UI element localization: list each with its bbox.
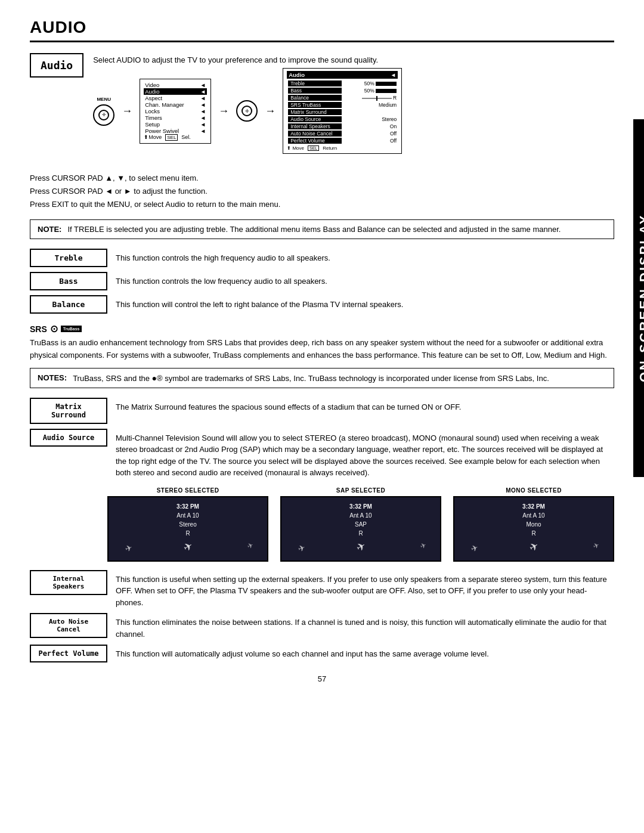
airplane3-icon: ✈ xyxy=(592,540,601,550)
matrix-surround-label: Matrix Surround xyxy=(30,398,107,424)
airplane-area: ✈ ✈ ✈ xyxy=(286,538,435,556)
auto-noise-cancel-description: This function eliminates the noise betwe… xyxy=(116,613,614,640)
stereo-info: 3:32 PM Ant A 10 Mono R xyxy=(459,502,608,538)
srs-circle-symbol: ⊙ xyxy=(50,323,58,335)
intro-description: Select AUDIO to adjust the TV to your pr… xyxy=(93,53,614,64)
airplane-icon: ✈ xyxy=(181,539,195,555)
audio-source-label: Audio Source xyxy=(30,429,107,447)
airplane3-icon: ✈ xyxy=(246,540,255,550)
auto-noise-cancel-label: Auto Noise Cancel xyxy=(30,613,107,638)
instruction-3: Press EXIT to quit the MENU, or select A… xyxy=(30,198,614,211)
balance-label: Balance xyxy=(30,295,107,314)
stereo-example: STEREO SELECTED 3:32 PM Ant A 10 Stereo … xyxy=(107,487,268,562)
instructions-block: Press CURSOR PAD ▲, ▼, to select menu it… xyxy=(30,172,614,211)
stereo-info: 3:32 PM Ant A 10 Stereo R xyxy=(113,502,262,538)
trubass-badge: TruBass xyxy=(61,326,82,332)
stereo-example: SAP SELECTED 3:32 PM Ant A 10 SAP R ✈ ✈ … xyxy=(280,487,441,562)
diagram-wrapper: MENU ✛ → Video◄Audio◄Aspect◄Chan. Manage… xyxy=(93,68,614,154)
treble-row: Treble This function controls the high f… xyxy=(30,249,614,267)
audio-menu-box: Audio ◄ Treble50% Bass50% Balance RSRS T… xyxy=(283,68,402,154)
stereo-examples: STEREO SELECTED 3:32 PM Ant A 10 Stereo … xyxy=(107,487,614,562)
stereo-screen: 3:32 PM Ant A 10 SAP R ✈ ✈ ✈ xyxy=(280,496,441,562)
arrow-right-icon-3: → xyxy=(265,105,275,117)
menu-item: Audio◄ xyxy=(144,88,207,95)
internal-speakers-description: This function is useful when setting up … xyxy=(116,570,614,609)
menu-nav-hint: ⬆Move SEL Sel. xyxy=(144,134,207,141)
audio-menu-item: Bass50% xyxy=(287,87,398,94)
matrix-surround-row: Matrix Surround The Matrix Surround feat… xyxy=(30,398,614,424)
audio-menu-item: Audio SourceStereo xyxy=(287,116,398,123)
audio-menu-title: Audio xyxy=(289,72,305,78)
balance-description: This function will control the left to r… xyxy=(116,295,614,311)
srs-section: SRS ⊙ TruBass TruBass is an audio enhanc… xyxy=(30,323,614,362)
menu-item: Video◄ xyxy=(144,82,207,88)
note-label: NOTE: xyxy=(38,225,61,234)
perfect-volume-row: Perfect Volume This function will automa… xyxy=(30,645,614,662)
audio-menu-item: Treble50% xyxy=(287,80,398,87)
perfect-volume-label: Perfect Volume xyxy=(30,645,107,662)
instruction-2: Press CURSOR PAD ◄ or ► to adjust the fu… xyxy=(30,185,614,198)
airplane2-icon: ✈ xyxy=(124,542,134,553)
airplane-area: ✈ ✈ ✈ xyxy=(459,538,608,556)
matrix-surround-description: The Matrix Surround features the spaciou… xyxy=(116,398,614,413)
audio-menu-item: Balance R xyxy=(287,94,398,101)
balance-row: Balance This function will control the l… xyxy=(30,295,614,314)
menu-label: MENU xyxy=(97,97,111,102)
menu-item: Setup◄ xyxy=(144,121,207,128)
arrow-right-icon-2: → xyxy=(218,105,229,117)
internal-speakers-label: Internal Speakers xyxy=(30,570,107,595)
page-number: 57 xyxy=(30,674,614,683)
stereo-example-label: STEREO SELECTED xyxy=(107,487,268,494)
audio-menu-item: Auto Noise CancelOff xyxy=(287,130,398,137)
select-arrows-icon: ✛ xyxy=(245,109,249,114)
audio-menu-icon: ◄ xyxy=(391,72,396,78)
internal-speakers-row: Internal Speakers This function is usefu… xyxy=(30,570,614,609)
perfect-volume-description: This function will automatically adjust … xyxy=(116,645,614,660)
airplane2-icon: ✈ xyxy=(297,542,307,553)
stereo-example: MONO SELECTED 3:32 PM Ant A 10 Mono R ✈ … xyxy=(453,487,614,562)
airplane-icon: ✈ xyxy=(527,539,541,555)
notes-box: NOTES: TruBass, SRS and the ●® symbol ar… xyxy=(30,368,614,388)
on-screen-display-sidebar: ON-SCREEN DISPLAY xyxy=(633,119,644,477)
audio-label-box: Audio xyxy=(30,53,83,78)
airplane2-icon: ✈ xyxy=(470,542,480,553)
menu-button[interactable]: ✛ xyxy=(93,104,114,126)
stereo-info: 3:32 PM Ant A 10 SAP R xyxy=(286,502,435,538)
audio-menu-nav: ⬆ Move SEL Return xyxy=(287,145,398,151)
audio-source-description: Multi-Channel Television Sound will allo… xyxy=(116,429,614,479)
srs-text: SRS xyxy=(30,324,47,334)
page-title: AUDIO xyxy=(30,18,614,42)
treble-label: Treble xyxy=(30,249,107,267)
airplane-icon: ✈ xyxy=(354,539,368,555)
airplane3-icon: ✈ xyxy=(419,540,428,550)
audio-menu-item: Perfect VolumeOff xyxy=(287,137,398,144)
stereo-example-label: SAP SELECTED xyxy=(280,487,441,494)
audio-menu-header: Audio ◄ xyxy=(287,71,398,79)
menu-item: Power Swivel◄ xyxy=(144,128,207,134)
audio-menu-item: SRS TruBassMedium xyxy=(287,101,398,109)
bass-label: Bass xyxy=(30,272,107,290)
treble-description: This function controls the high frequenc… xyxy=(116,249,614,264)
note-text: If TREBLE is selected you are adjusting … xyxy=(67,225,561,234)
auto-noise-cancel-row: Auto Noise Cancel This function eliminat… xyxy=(30,613,614,640)
airplane-area: ✈ ✈ ✈ xyxy=(113,538,262,556)
audio-source-row: Audio Source Multi-Channel Television So… xyxy=(30,429,614,479)
stereo-screen: 3:32 PM Ant A 10 Mono R ✈ ✈ ✈ xyxy=(453,496,614,562)
nav-arrows-icon: ✛ xyxy=(102,112,106,117)
stereo-screen: 3:32 PM Ant A 10 Stereo R ✈ ✈ ✈ xyxy=(107,496,268,562)
bass-row: Bass This function controls the low freq… xyxy=(30,272,614,290)
intro-section: Audio Select AUDIO to adjust the TV to y… xyxy=(30,53,614,162)
menu-item: Chan. Manager◄ xyxy=(144,101,207,108)
arrow-right-icon: → xyxy=(122,105,132,117)
srs-logo: SRS ⊙ TruBass xyxy=(30,323,614,335)
srs-body: TruBass is an audio enhancement technolo… xyxy=(30,337,614,362)
note-box: NOTE: If TREBLE is selected you are adju… xyxy=(30,219,614,239)
bass-description: This function controls the low frequency… xyxy=(116,272,614,287)
stereo-example-label: MONO SELECTED xyxy=(453,487,614,494)
audio-menu-item: Internal SpeakersOn xyxy=(287,123,398,130)
select-button[interactable]: ✛ xyxy=(236,100,258,122)
menu-item: Timers◄ xyxy=(144,114,207,121)
select-inner-circle: ✛ xyxy=(242,106,252,116)
notes-text: TruBass, SRS and the ●® symbol are trade… xyxy=(73,373,549,383)
main-menu-box: Video◄Audio◄Aspect◄Chan. Manager◄Locks◄T… xyxy=(140,79,211,144)
